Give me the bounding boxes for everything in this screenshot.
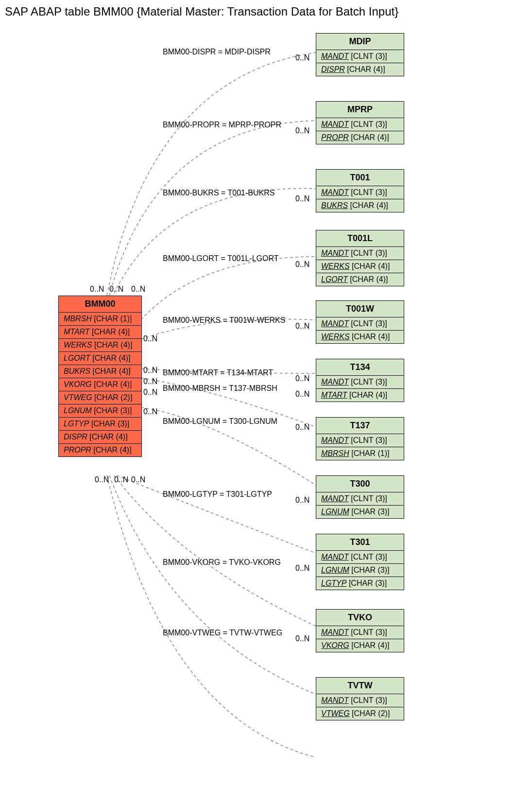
- relation-label: BMM00-DISPR = MDIP-DISPR: [163, 48, 271, 56]
- cardinality-left: 0..N: [143, 388, 157, 397]
- entity-field: MANDT [CLNT (3)]: [316, 626, 404, 639]
- entity-field: MANDT [CLNT (3)]: [316, 551, 404, 564]
- cardinality-right: 0..N: [295, 126, 309, 135]
- relation-label: BMM00-PROPR = MPRP-PROPR: [163, 121, 281, 129]
- cardinality-left: 0..N: [90, 285, 104, 294]
- entity-field: WERKS [CHAR (4)]: [316, 260, 404, 273]
- entity-field: MTART [CHAR (4)]: [59, 326, 141, 339]
- entity-header: T001: [316, 170, 404, 186]
- entity-header: TVKO: [316, 610, 404, 626]
- cardinality-right: 0..N: [295, 53, 309, 62]
- entity-field: VTWEG [CHAR (2)]: [59, 391, 141, 404]
- cardinality-right: 0..N: [295, 423, 309, 432]
- relation-label: BMM00-MTART = T134-MTART: [163, 368, 273, 377]
- cardinality-left: 0..N: [143, 334, 157, 343]
- cardinality-left: 0..N: [109, 285, 123, 294]
- cardinality-left: 0..N: [143, 377, 157, 386]
- entity-header: T001W: [316, 301, 404, 317]
- relation-label: BMM00-VKORG = TVKO-VKORG: [163, 558, 281, 567]
- entity-field: MBRSH [CHAR (1)]: [59, 313, 141, 326]
- entity-field: LGTYP [CHAR (3)]: [59, 418, 141, 431]
- cardinality-left: 0..N: [131, 285, 145, 294]
- entity-t001w: T001WMANDT [CLNT (3)]WERKS [CHAR (4)]: [316, 300, 404, 344]
- relation-label: BMM00-LGNUM = T300-LGNUM: [163, 417, 277, 426]
- entity-t001l: T001LMANDT [CLNT (3)]WERKS [CHAR (4)]LGO…: [316, 230, 404, 286]
- cardinality-right: 0..N: [295, 564, 309, 573]
- entity-field: VTWEG [CHAR (2)]: [316, 707, 404, 720]
- entity-header: MDIP: [316, 34, 404, 50]
- cardinality-left: 0..N: [114, 475, 128, 484]
- entity-header: T137: [316, 418, 404, 434]
- entity-field: LGORT [CHAR (4)]: [59, 352, 141, 365]
- cardinality-right: 0..N: [295, 390, 309, 399]
- entity-field: MANDT [CLNT (3)]: [316, 50, 404, 63]
- cardinality-right: 0..N: [295, 634, 309, 643]
- entity-field: DISPR [CHAR (4)]: [59, 431, 141, 444]
- cardinality-right: 0..N: [295, 322, 309, 331]
- entity-header: T134: [316, 359, 404, 376]
- cardinality-right: 0..N: [295, 194, 309, 203]
- entity-field: MANDT [CLNT (3)]: [316, 434, 404, 447]
- entity-field: MANDT [CLNT (3)]: [316, 118, 404, 131]
- entity-field: WERKS [CHAR (4)]: [316, 331, 404, 343]
- entity-field: MANDT [CLNT (3)]: [316, 186, 404, 199]
- entity-field: DISPR [CHAR (4)]: [316, 63, 404, 76]
- cardinality-left: 0..N: [143, 407, 157, 416]
- entity-field: MBRSH [CHAR (1)]: [316, 447, 404, 460]
- entity-field: LGNUM [CHAR (3)]: [316, 564, 404, 577]
- relation-label: BMM00-LGTYP = T301-LGTYP: [163, 490, 272, 499]
- entity-mdip: MDIPMANDT [CLNT (3)]DISPR [CHAR (4)]: [316, 33, 404, 76]
- entity-tvko: TVKOMANDT [CLNT (3)]VKORG [CHAR (4)]: [316, 609, 404, 652]
- cardinality-right: 0..N: [295, 496, 309, 505]
- entity-field: BUKRS [CHAR (4)]: [316, 199, 404, 212]
- entity-t300: T300MANDT [CLNT (3)]LGNUM [CHAR (3)]: [316, 475, 404, 519]
- relation-label: BMM00-MBRSH = T137-MBRSH: [163, 384, 277, 393]
- entity-t001: T001MANDT [CLNT (3)]BUKRS [CHAR (4)]: [316, 169, 404, 212]
- entity-field: MANDT [CLNT (3)]: [316, 317, 404, 331]
- cardinality-right: 0..N: [295, 374, 309, 383]
- entity-field: PROPR [CHAR (4)]: [59, 444, 141, 456]
- cardinality-left: 0..N: [131, 475, 145, 484]
- relation-label: BMM00-VTWEG = TVTW-VTWEG: [163, 629, 282, 637]
- entity-field: LGNUM [CHAR (3)]: [316, 506, 404, 518]
- entity-header: TVTW: [316, 678, 404, 694]
- entity-t134: T134MANDT [CLNT (3)]MTART [CHAR (4)]: [316, 359, 404, 402]
- entity-field: VKORG [CHAR (4)]: [316, 639, 404, 652]
- cardinality-left: 0..N: [143, 366, 157, 375]
- entity-field: LGTYP [CHAR (3)]: [316, 577, 404, 590]
- entity-field: MANDT [CLNT (3)]: [316, 492, 404, 506]
- relation-label: BMM00-BUKRS = T001-BUKRS: [163, 189, 275, 197]
- entity-tvtw: TVTWMANDT [CLNT (3)]VTWEG [CHAR (2)]: [316, 677, 404, 720]
- entity-field: MANDT [CLNT (3)]: [316, 247, 404, 260]
- entity-field: LGORT [CHAR (4)]: [316, 273, 404, 286]
- entity-field: VKORG [CHAR (4)]: [59, 378, 141, 391]
- relation-label: BMM00-LGORT = T001L-LGORT: [163, 254, 278, 263]
- entity-bmm00: BMM00 MBRSH [CHAR (1)]MTART [CHAR (4)]WE…: [58, 296, 142, 457]
- entity-field: PROPR [CHAR (4)]: [316, 131, 404, 144]
- entity-header: T001L: [316, 230, 404, 247]
- entity-t301: T301MANDT [CLNT (3)]LGNUM [CHAR (3)]LGTY…: [316, 534, 404, 590]
- entity-t137: T137MANDT [CLNT (3)]MBRSH [CHAR (1)]: [316, 417, 404, 460]
- cardinality-right: 0..N: [295, 260, 309, 269]
- entity-header: MPRP: [316, 102, 404, 118]
- page-title: SAP ABAP table BMM00 {Material Master: T…: [5, 5, 527, 18]
- entity-field: MANDT [CLNT (3)]: [316, 376, 404, 389]
- entity-field: MANDT [CLNT (3)]: [316, 694, 404, 707]
- entity-header: T300: [316, 476, 404, 492]
- cardinality-left: 0..N: [95, 475, 109, 484]
- entity-field: LGNUM [CHAR (3)]: [59, 404, 141, 418]
- entity-header: BMM00: [59, 296, 141, 313]
- entity-field: MTART [CHAR (4)]: [316, 389, 404, 402]
- relation-label: BMM00-WERKS = T001W-WERKS: [163, 316, 285, 325]
- entity-header: T301: [316, 534, 404, 551]
- entity-mprp: MPRPMANDT [CLNT (3)]PROPR [CHAR (4)]: [316, 101, 404, 144]
- entity-field: BUKRS [CHAR (4)]: [59, 365, 141, 378]
- entity-field: WERKS [CHAR (4)]: [59, 339, 141, 352]
- er-diagram: BMM00 MBRSH [CHAR (1)]MTART [CHAR (4)]WE…: [5, 28, 527, 787]
